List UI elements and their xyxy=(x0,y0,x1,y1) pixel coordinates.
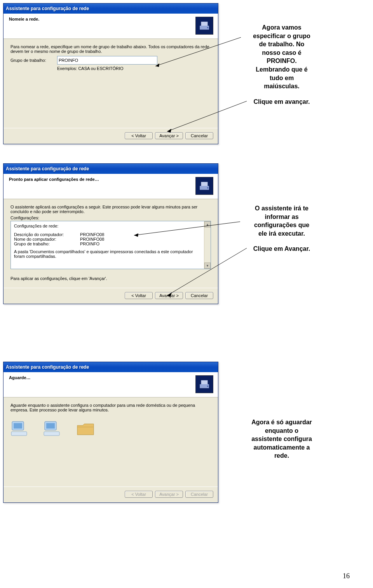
svg-rect-19 xyxy=(11,432,27,436)
button-bar: < Voltar Avançar > Cancelar xyxy=(3,486,218,502)
dialog-body: Aguarde enquanto o assistente configura … xyxy=(3,397,218,486)
annot-line: Agora é só aguardar xyxy=(251,419,312,425)
title-text: Assistente para configuração de rede xyxy=(6,364,89,370)
annot-line: rede. xyxy=(274,452,289,459)
network-illustration xyxy=(10,421,211,436)
annot-line: assistente configura xyxy=(251,436,312,442)
header-strip: Aguarde… xyxy=(3,372,218,397)
page-number: 16 xyxy=(343,572,350,580)
computer-icon xyxy=(10,421,28,436)
svg-rect-15 xyxy=(201,380,208,384)
annotation-wait: Agora é só aguardar enquanto o assistent… xyxy=(235,418,328,460)
printer-network-icon xyxy=(195,375,213,393)
svg-marker-13 xyxy=(167,292,172,297)
svg-point-16 xyxy=(207,385,208,387)
annot-line: enquanto o xyxy=(265,427,298,434)
svg-rect-21 xyxy=(46,423,55,429)
dialog-wait: Assistente para configuração de rede Agu… xyxy=(3,362,218,503)
header-heading: Aguarde… xyxy=(9,375,31,380)
shared-folder-icon xyxy=(76,421,95,436)
titlebar: Assistente para configuração de rede xyxy=(3,362,218,372)
annot-line: automaticamente a xyxy=(254,444,310,451)
cancel-button: Cancelar xyxy=(185,491,213,498)
arrow-to-next-button-2 xyxy=(0,0,373,350)
next-button: Avançar > xyxy=(155,491,183,498)
svg-rect-18 xyxy=(14,423,22,429)
svg-rect-22 xyxy=(44,432,59,436)
svg-line-12 xyxy=(167,248,247,296)
body-paragraph: Aguarde enquanto o assistente configura … xyxy=(10,403,211,412)
computer-icon xyxy=(43,421,60,436)
back-button: < Voltar xyxy=(125,491,153,498)
